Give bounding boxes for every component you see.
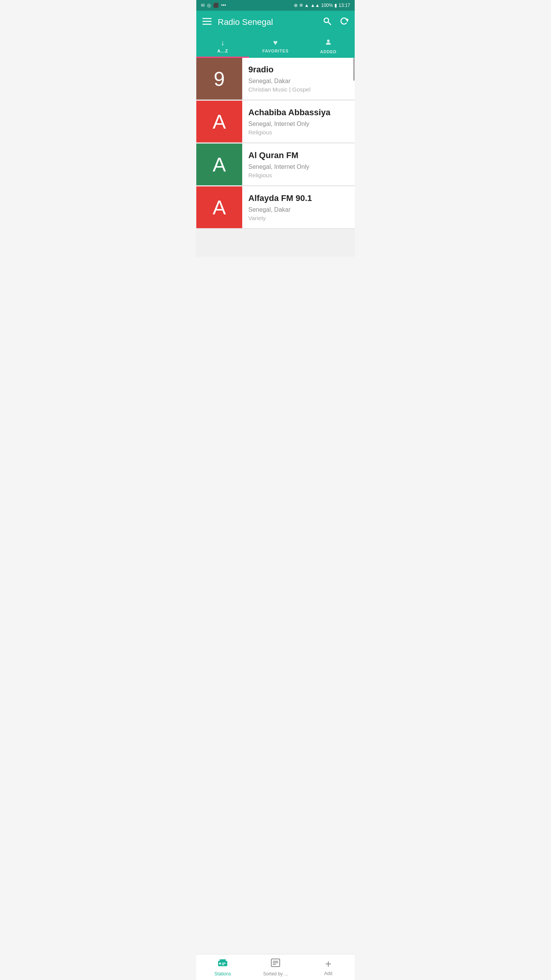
tab-az[interactable]: ↓ A...Z	[196, 34, 249, 58]
svg-point-6	[327, 39, 330, 42]
station-location-9radio: Senegal, Dakar	[248, 78, 349, 85]
station-genre-achabiba: Religious	[248, 129, 349, 136]
station-card-alquran[interactable]: A Al Quran FM Senegal, Internet Only Rel…	[196, 144, 355, 185]
battery-percent: 100%	[321, 3, 333, 8]
station-logo-alfayda: A	[196, 186, 242, 228]
whatsapp-icon: ◎	[207, 3, 211, 8]
mail-icon: ✉	[201, 3, 205, 8]
station-info-alfayda: Alfayda FM 90.1 Senegal, Dakar Variety	[242, 186, 355, 228]
station-logo-alquran: A	[196, 144, 242, 185]
station-card-achabiba[interactable]: A Achabiba Abbassiya Senegal, Internet O…	[196, 101, 355, 142]
svg-marker-5	[346, 19, 348, 21]
station-logo-9radio: 9	[196, 58, 242, 100]
station-name-9radio: 9radio	[248, 65, 349, 75]
station-name-alquran: Al Quran FM	[248, 150, 349, 160]
svg-line-4	[328, 22, 331, 25]
station-genre-9radio: Christian Music | Gospel	[248, 86, 349, 93]
station-location-alquran: Senegal, Internet Only	[248, 163, 349, 170]
time: 13:17	[339, 3, 350, 8]
station-card-9radio[interactable]: 9 9radio Senegal, Dakar Christian Music …	[196, 58, 355, 100]
tab-added[interactable]: ADDED	[302, 34, 355, 58]
favorites-label: FAVORITES	[262, 49, 289, 53]
scrollbar[interactable]	[353, 58, 355, 81]
station-name-achabiba: Achabiba Abbassiya	[248, 108, 349, 118]
station-card-alfayda[interactable]: A Alfayda FM 90.1 Senegal, Dakar Variety	[196, 186, 355, 228]
added-icon	[324, 38, 332, 48]
station-info-achabiba: Achabiba Abbassiya Senegal, Internet Onl…	[242, 101, 355, 142]
station-location-alfayda: Senegal, Dakar	[248, 206, 349, 213]
az-label: A...Z	[217, 49, 228, 53]
plus-circle-icon: ⊕	[294, 3, 298, 8]
status-bar: ✉ ◎ ⬛ ••• ⊕ ✲ ▲ ▲▲ 100% ▮ 13:17	[196, 0, 355, 11]
station-name-alfayda: Alfayda FM 90.1	[248, 193, 349, 203]
station-genre-alfayda: Variety	[248, 215, 349, 221]
svg-point-3	[324, 18, 329, 23]
station-list: 9 9radio Senegal, Dakar Christian Music …	[196, 58, 355, 257]
app-bar: Radio Senegal	[196, 11, 355, 34]
svg-rect-1	[202, 21, 212, 22]
status-left-icons: ✉ ◎ ⬛ •••	[201, 3, 226, 8]
station-genre-alquran: Religious	[248, 172, 349, 178]
status-right-icons: ⊕ ✲ ▲ ▲▲ 100% ▮ 13:17	[294, 3, 350, 8]
app-title: Radio Senegal	[218, 17, 273, 27]
added-label: ADDED	[320, 49, 336, 54]
station-location-achabiba: Senegal, Internet Only	[248, 121, 349, 127]
svg-rect-2	[202, 24, 212, 25]
battery-icon: ▮	[334, 3, 337, 8]
station-logo-achabiba: A	[196, 101, 242, 142]
station-info-9radio: 9radio Senegal, Dakar Christian Music | …	[242, 58, 355, 100]
az-icon: ↓	[221, 38, 225, 47]
tab-bar: ↓ A...Z ♥ FAVORITES ADDED	[196, 34, 355, 58]
tab-favorites[interactable]: ♥ FAVORITES	[249, 34, 302, 58]
more-icon: •••	[221, 3, 226, 8]
signal-icon: ▲▲	[311, 3, 320, 8]
gallery-icon: ⬛	[213, 3, 219, 8]
menu-button[interactable]	[202, 18, 212, 26]
favorites-icon: ♥	[273, 38, 278, 47]
wifi-icon: ▲	[305, 3, 309, 8]
search-button[interactable]	[323, 16, 332, 28]
bluetooth-icon: ✲	[299, 3, 303, 8]
refresh-button[interactable]	[339, 16, 349, 28]
station-info-alquran: Al Quran FM Senegal, Internet Only Relig…	[242, 144, 355, 185]
svg-rect-0	[202, 18, 212, 19]
